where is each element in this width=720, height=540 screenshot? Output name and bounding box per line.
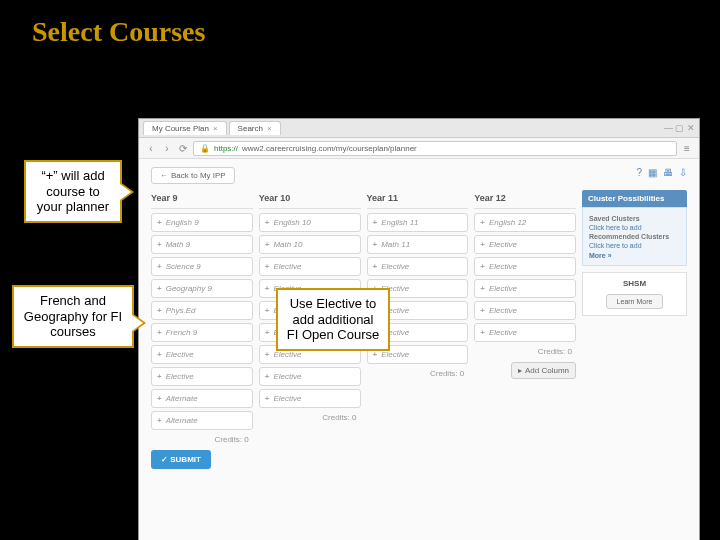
rec-clusters-link[interactable]: Click here to add (589, 242, 680, 249)
course-slot[interactable]: +English 10 (259, 213, 361, 232)
rec-clusters-label: Recommended Clusters (589, 233, 680, 240)
back-label: Back to My IPP (171, 171, 226, 180)
back-to-ipp-button[interactable]: ← Back to My IPP (151, 167, 235, 184)
plus-icon: + (265, 328, 270, 337)
year-header: Year 10 (259, 190, 361, 209)
plus-icon: + (265, 284, 270, 293)
url-text: www2.careercruising.com/my/courseplan/pl… (242, 144, 417, 153)
credits-label: Credits: 0 (367, 367, 469, 380)
add-column-button[interactable]: ▸Add Column (511, 362, 576, 379)
plus-icon: + (480, 262, 485, 271)
shsm-box: SHSM Learn More (582, 272, 687, 316)
course-slot[interactable]: +Math 10 (259, 235, 361, 254)
callout-plus: “+” will add course to your planner (24, 160, 122, 223)
year-header: Year 12 (474, 190, 576, 209)
saved-clusters-label: Saved Clusters (589, 215, 680, 222)
address-bar: ‹ › ⟳ 🔒 https:// www2.careercruising.com… (139, 138, 699, 159)
saved-clusters-link[interactable]: Click here to add (589, 224, 680, 231)
course-slot[interactable]: +Alternate (151, 389, 253, 408)
course-slot[interactable]: +Science 9 (151, 257, 253, 276)
plus-icon: + (373, 350, 378, 359)
course-slot[interactable]: +Elective (474, 301, 576, 320)
sidebar: Cluster Possibilities Saved Clusters Cli… (582, 190, 687, 469)
url-field[interactable]: 🔒 https:// www2.careercruising.com/my/co… (193, 141, 677, 156)
plus-icon: + (157, 262, 162, 271)
callout-french: French and Geography for FI courses (12, 285, 134, 348)
browser-window: My Course Plan × Search × — ▢ ✕ ‹ › ⟳ 🔒 … (138, 118, 700, 540)
year-column: Year 12 +English 12 +Elective +Elective … (474, 190, 576, 469)
tab-search[interactable]: Search × (229, 121, 281, 135)
plus-icon: + (265, 240, 270, 249)
plus-icon: + (265, 262, 270, 271)
plus-icon: + (157, 284, 162, 293)
reload-icon[interactable]: ⟳ (177, 142, 189, 154)
close-icon[interactable]: × (213, 124, 218, 133)
course-slot[interactable]: +Math 9 (151, 235, 253, 254)
plus-icon: + (480, 240, 485, 249)
menu-icon[interactable]: ≡ (681, 142, 693, 154)
year-header: Year 11 (367, 190, 469, 209)
plus-icon: + (265, 218, 270, 227)
nav-back-icon[interactable]: ‹ (145, 142, 157, 154)
tab-bar: My Course Plan × Search × — ▢ ✕ (139, 119, 699, 138)
course-slot[interactable]: +Elective (474, 279, 576, 298)
sidebar-header: Cluster Possibilities (582, 190, 687, 207)
nav-forward-icon[interactable]: › (161, 142, 173, 154)
submit-button[interactable]: ✓ SUBMIT (151, 450, 211, 469)
help-icon[interactable]: ? (636, 167, 642, 178)
credits-label: Credits: 0 (474, 345, 576, 358)
plus-icon: + (373, 240, 378, 249)
plus-icon: + (373, 218, 378, 227)
course-slot[interactable]: +English 11 (367, 213, 469, 232)
lock-icon: 🔒 (200, 144, 210, 153)
plus-icon: ▸ (518, 366, 522, 375)
plus-icon: + (373, 262, 378, 271)
window-controls[interactable]: — ▢ ✕ (664, 123, 695, 133)
view-icon[interactable]: ▦ (648, 167, 657, 178)
course-slot[interactable]: +Alternate (151, 411, 253, 430)
course-slot[interactable]: +Geography 9 (151, 279, 253, 298)
course-slot[interactable]: +Elective (259, 367, 361, 386)
tab-label: My Course Plan (152, 124, 209, 133)
callout-elective: Use Elective to add additional FI Open C… (276, 288, 390, 351)
page-content: ← Back to My IPP ? ▦ 🖶 ⇩ Year 9 +English… (139, 159, 699, 540)
course-slot[interactable]: +Elective (474, 323, 576, 342)
credits-label: Credits: 0 (151, 433, 253, 446)
plus-icon: + (157, 218, 162, 227)
credits-label: Credits: 0 (259, 411, 361, 424)
cluster-box: Saved Clusters Click here to add Recomme… (582, 207, 687, 266)
tab-course-plan[interactable]: My Course Plan × (143, 121, 227, 135)
plus-icon: + (265, 306, 270, 315)
tab-label: Search (238, 124, 263, 133)
course-slot[interactable]: +Elective (151, 345, 253, 364)
course-slot[interactable]: +English 9 (151, 213, 253, 232)
plus-icon: + (480, 284, 485, 293)
toolbar-icons: ? ▦ 🖶 ⇩ (636, 167, 687, 178)
course-slot[interactable]: +French 9 (151, 323, 253, 342)
close-icon[interactable]: × (267, 124, 272, 133)
plus-icon: + (157, 416, 162, 425)
course-slot[interactable]: +Elective (474, 257, 576, 276)
plus-icon: + (480, 328, 485, 337)
course-slot[interactable]: +Elective (259, 257, 361, 276)
arrow-left-icon: ← (160, 171, 168, 180)
course-slot[interactable]: +English 12 (474, 213, 576, 232)
course-slot[interactable]: +Elective (151, 367, 253, 386)
learn-more-button[interactable]: Learn More (606, 294, 664, 309)
export-icon[interactable]: ⇩ (679, 167, 687, 178)
plus-icon: + (157, 306, 162, 315)
print-icon[interactable]: 🖶 (663, 167, 673, 178)
course-slot[interactable]: +Elective (367, 257, 469, 276)
course-slot[interactable]: +Math 11 (367, 235, 469, 254)
plus-icon: + (265, 372, 270, 381)
plus-icon: + (265, 394, 270, 403)
shsm-title: SHSM (589, 279, 680, 288)
more-link[interactable]: More » (589, 252, 680, 259)
course-slot[interactable]: +Elective (259, 389, 361, 408)
course-slot[interactable]: +Elective (474, 235, 576, 254)
plus-icon: + (480, 218, 485, 227)
course-slot[interactable]: +Phys.Ed (151, 301, 253, 320)
plus-icon: + (480, 306, 485, 315)
slide-title: Select Courses (0, 0, 720, 56)
planner-grid: Year 9 +English 9 +Math 9 +Science 9 +Ge… (151, 190, 687, 469)
